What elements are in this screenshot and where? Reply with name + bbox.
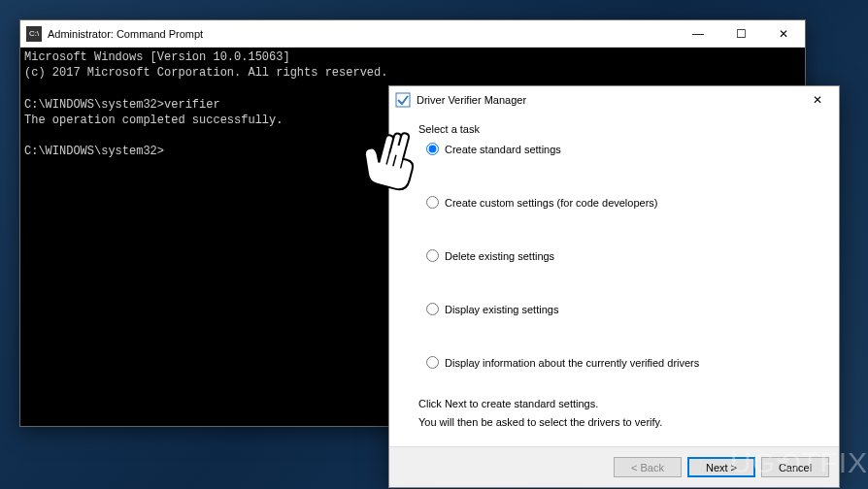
verifier-titlebar[interactable]: Driver Verifier Manager ✕ bbox=[389, 86, 839, 114]
task-radio-group: Create standard settings Create custom s… bbox=[426, 143, 810, 369]
radio-create-custom[interactable]: Create custom settings (for code develop… bbox=[426, 196, 810, 209]
radio-input-info[interactable] bbox=[426, 356, 439, 369]
radio-display-settings[interactable]: Display existing settings bbox=[426, 303, 810, 315]
verifier-title: Driver Verifier Manager bbox=[417, 94, 796, 106]
minimize-button[interactable]: — bbox=[677, 20, 719, 48]
cmd-icon: C:\ bbox=[26, 26, 42, 42]
close-button[interactable]: ✕ bbox=[796, 86, 839, 114]
hint-line-2: You will then be asked to select the dri… bbox=[418, 413, 810, 432]
hint-line-1: Click Next to create standard settings. bbox=[418, 395, 810, 413]
cmd-window-controls: — ☐ ✕ bbox=[677, 20, 805, 48]
verifier-body: Select a task Create standard settings C… bbox=[389, 114, 839, 446]
radio-label: Display existing settings bbox=[445, 304, 558, 315]
next-button[interactable]: Next > bbox=[687, 457, 755, 477]
hint-text: Click Next to create standard settings. … bbox=[418, 395, 810, 431]
radio-label: Display information about the currently … bbox=[445, 357, 699, 369]
close-button[interactable]: ✕ bbox=[762, 20, 805, 48]
radio-label: Create custom settings (for code develop… bbox=[445, 197, 658, 209]
verifier-app-icon bbox=[395, 92, 411, 108]
radio-create-standard[interactable]: Create standard settings bbox=[426, 143, 810, 155]
back-button[interactable]: < Back bbox=[614, 457, 682, 477]
radio-input-display[interactable] bbox=[426, 303, 439, 315]
cmd-title: Administrator: Command Prompt bbox=[48, 28, 677, 40]
radio-input-delete[interactable] bbox=[426, 249, 439, 262]
radio-label: Create standard settings bbox=[445, 144, 561, 155]
verifier-window-controls: ✕ bbox=[796, 86, 839, 114]
cmd-titlebar[interactable]: C:\ Administrator: Command Prompt — ☐ ✕ bbox=[20, 20, 805, 48]
task-label: Select a task bbox=[418, 123, 810, 135]
radio-delete-settings[interactable]: Delete existing settings bbox=[426, 249, 810, 262]
cancel-button[interactable]: Cancel bbox=[761, 457, 829, 477]
verifier-footer: < Back Next > Cancel bbox=[389, 446, 839, 487]
radio-input-standard[interactable] bbox=[426, 143, 439, 155]
radio-display-info[interactable]: Display information about the currently … bbox=[426, 356, 810, 369]
radio-input-custom[interactable] bbox=[426, 196, 439, 209]
radio-label: Delete existing settings bbox=[445, 250, 554, 262]
maximize-button[interactable]: ☐ bbox=[719, 20, 762, 48]
driver-verifier-dialog: Driver Verifier Manager ✕ Select a task … bbox=[388, 85, 840, 488]
